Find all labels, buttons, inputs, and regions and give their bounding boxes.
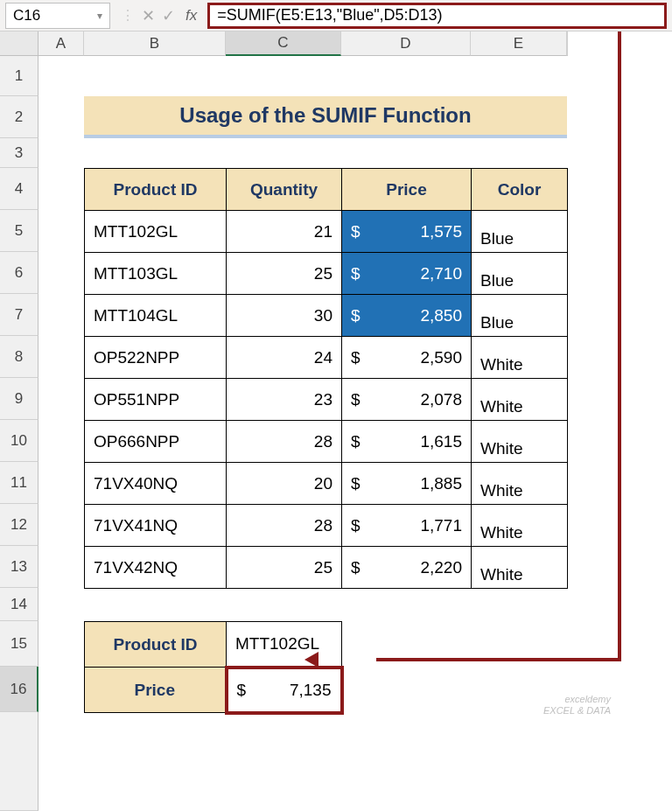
watermark: exceldemy EXCEL & DATA (543, 694, 611, 717)
cell-color[interactable]: Blue (472, 253, 568, 295)
col-header-E[interactable]: E (471, 31, 567, 56)
cells-area[interactable]: Usage of the SUMIF Function Product ID Q… (38, 56, 672, 811)
row-header-8[interactable]: 8 (0, 336, 38, 378)
price-amount: 2,078 (360, 390, 462, 409)
cell-product[interactable]: OP522NPP (85, 337, 227, 379)
row-header-9[interactable]: 9 (0, 378, 38, 420)
dollar-sign: $ (351, 474, 360, 493)
cell-quantity[interactable]: 28 (227, 421, 342, 463)
cell-product[interactable]: 71VX40NQ (85, 463, 227, 505)
cell-quantity[interactable]: 28 (227, 505, 342, 547)
row-headers: 12345678910111213141516 (0, 56, 38, 811)
cell-product[interactable]: MTT102GL (85, 211, 227, 253)
cell-color[interactable]: Blue (472, 211, 568, 253)
row-header-filler (0, 712, 38, 811)
cell-price[interactable]: $2,710 (342, 253, 472, 295)
cell-product[interactable]: 71VX42NQ (85, 547, 227, 589)
cell-quantity[interactable]: 20 (227, 463, 342, 505)
title-text: Usage of the SUMIF Function (179, 103, 471, 128)
price-amount: 1,885 (360, 474, 462, 493)
formula-text: =SUMIF(E5:E13,"Blue",D5:D13) (217, 6, 442, 24)
cell-price[interactable]: $1,575 (342, 211, 472, 253)
table-row: MTT102GL21$1,575Blue (85, 211, 568, 253)
cell-color[interactable]: White (472, 505, 568, 547)
cell-product[interactable]: MTT103GL (85, 253, 227, 295)
name-box[interactable]: C16 ▾ (5, 3, 110, 29)
cell-price[interactable]: $2,220 (342, 547, 472, 589)
cell-quantity[interactable]: 24 (227, 337, 342, 379)
price-amount: 2,850 (360, 306, 462, 325)
row-header-13[interactable]: 13 (0, 546, 38, 588)
cell-color[interactable]: White (472, 337, 568, 379)
cell-price[interactable]: $1,885 (342, 463, 472, 505)
annotation-arrow-head-icon (304, 652, 318, 668)
col-header-C[interactable]: C (226, 31, 341, 56)
result-price-cell[interactable]: $ 7,135 (227, 668, 342, 713)
result-label-price: Price (85, 668, 227, 713)
row-header-6[interactable]: 6 (0, 252, 38, 294)
row-header-1[interactable]: 1 (0, 56, 38, 96)
title-cell: Usage of the SUMIF Function (84, 96, 567, 138)
select-all-corner[interactable] (0, 31, 38, 56)
cell-quantity[interactable]: 25 (227, 547, 342, 589)
price-amount: 1,575 (360, 222, 462, 241)
dollar-sign: $ (351, 348, 360, 367)
cell-quantity[interactable]: 25 (227, 253, 342, 295)
table-row: 71VX41NQ28$1,771White (85, 505, 568, 547)
cell-price[interactable]: $1,771 (342, 505, 472, 547)
row-header-15[interactable]: 15 (0, 621, 38, 667)
result-row-product: Product ID MTT102GL (85, 622, 342, 668)
table-row: OP522NPP24$2,590White (85, 337, 568, 379)
row-header-10[interactable]: 10 (0, 420, 38, 462)
col-header-A[interactable]: A (38, 31, 84, 56)
row-header-11[interactable]: 11 (0, 462, 38, 504)
cell-price[interactable]: $2,078 (342, 379, 472, 421)
cell-quantity[interactable]: 30 (227, 295, 342, 337)
row-header-4[interactable]: 4 (0, 168, 38, 210)
row-header-7[interactable]: 7 (0, 294, 38, 336)
cell-product[interactable]: OP551NPP (85, 379, 227, 421)
result-product-value[interactable]: MTT102GL (227, 622, 342, 668)
annotation-arrow-horizontal (376, 658, 621, 661)
cancel-icon[interactable]: ✕ (142, 6, 155, 25)
name-box-bar: C16 ▾ ⋮ ✕ ✓ fx =SUMIF(E5:E13,"Blue",D5:D… (0, 0, 672, 31)
formula-bar[interactable]: =SUMIF(E5:E13,"Blue",D5:D13) (207, 3, 667, 29)
separator-icon: ⋮ (121, 7, 135, 24)
cell-product[interactable]: 71VX41NQ (85, 505, 227, 547)
cell-product[interactable]: MTT104GL (85, 295, 227, 337)
cell-quantity[interactable]: 23 (227, 379, 342, 421)
confirm-icon[interactable]: ✓ (162, 6, 175, 25)
row-header-16[interactable]: 16 (0, 667, 38, 712)
dollar-sign: $ (351, 432, 360, 451)
cell-price[interactable]: $1,615 (342, 421, 472, 463)
result-table: Product ID MTT102GL Price $ 7,135 (84, 621, 344, 715)
header-product: Product ID (85, 169, 227, 211)
cell-color[interactable]: Blue (472, 295, 568, 337)
cell-color[interactable]: White (472, 379, 568, 421)
cell-quantity[interactable]: 21 (227, 211, 342, 253)
price-amount: 1,615 (360, 432, 462, 451)
col-header-B[interactable]: B (84, 31, 226, 56)
dollar-sign: $ (351, 222, 360, 241)
dropdown-icon[interactable]: ▾ (97, 10, 102, 22)
row-header-3[interactable]: 3 (0, 138, 38, 168)
cell-color[interactable]: White (472, 463, 568, 505)
row-header-12[interactable]: 12 (0, 504, 38, 546)
price-amount: 2,590 (360, 348, 462, 367)
row-header-2[interactable]: 2 (0, 96, 38, 138)
fx-icon[interactable]: fx (186, 7, 197, 24)
cell-price[interactable]: $2,590 (342, 337, 472, 379)
dollar-sign: $ (351, 306, 360, 325)
cell-price[interactable]: $2,850 (342, 295, 472, 337)
row-header-14[interactable]: 14 (0, 588, 38, 621)
table-row: 71VX42NQ25$2,220White (85, 547, 568, 589)
cell-color[interactable]: White (472, 547, 568, 589)
cell-product[interactable]: OP666NPP (85, 421, 227, 463)
col-header-D[interactable]: D (341, 31, 471, 56)
cell-color[interactable]: White (472, 421, 568, 463)
result-price-value: 7,135 (246, 681, 331, 700)
table-header-row: Product ID Quantity Price Color (85, 169, 568, 211)
formula-controls: ⋮ ✕ ✓ fx (116, 6, 202, 25)
table-row: 71VX40NQ20$1,885White (85, 463, 568, 505)
row-header-5[interactable]: 5 (0, 210, 38, 252)
